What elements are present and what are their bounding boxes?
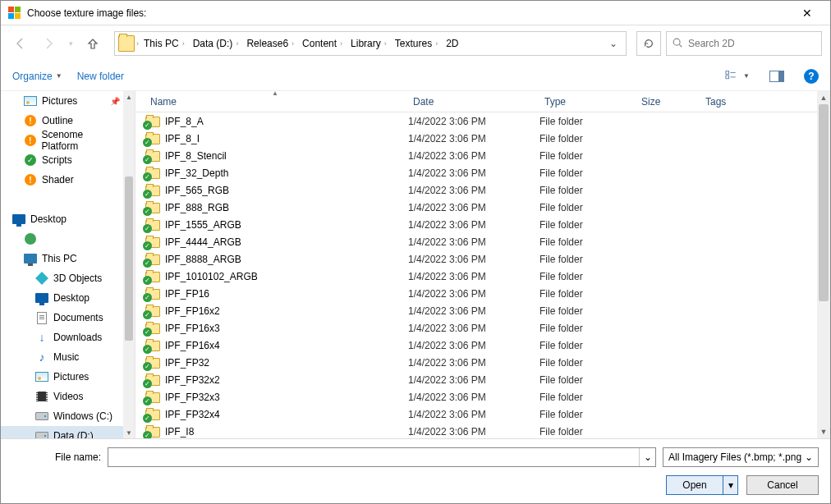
file-name: IPF_FP16 (165, 288, 209, 300)
sidebar: Pictures📌!Outline!Scenome Platform✓Scrip… (1, 91, 135, 438)
sidebar-item[interactable]: !Outline (1, 111, 123, 131)
crumb-this-pc[interactable]: This PC› (140, 38, 188, 49)
file-row[interactable]: ✓IPF_FP32x41/4/2022 3:06 PMFile folder (135, 405, 817, 423)
column-type[interactable]: Type (539, 96, 636, 108)
sidebar-item[interactable]: Desktop (1, 209, 123, 229)
window-title: Choose texture image files: (27, 7, 791, 19)
file-row[interactable]: ✓IPF_8888_ARGB1/4/2022 3:06 PMFile folde… (135, 250, 817, 268)
file-row[interactable]: ✓IPF_1555_ARGB1/4/2022 3:06 PMFile folde… (135, 216, 817, 233)
file-row[interactable]: ✓IPF_4444_ARGB1/4/2022 3:06 PMFile folde… (135, 233, 817, 250)
search-box[interactable] (666, 31, 822, 56)
crumb-textures[interactable]: Textures› (392, 38, 441, 49)
crumb-data-d[interactable]: Data (D:)› (190, 38, 242, 49)
file-row[interactable]: ✓IPF_FP16x21/4/2022 3:06 PMFile folder (135, 302, 817, 319)
up-button[interactable] (81, 32, 104, 55)
sidebar-item[interactable]: !Scenome Platform (1, 131, 123, 150)
sidebar-item-label: Scripts (42, 154, 72, 166)
sidebar-item-label: Videos (53, 391, 83, 402)
crumb-content[interactable]: Content› (299, 38, 346, 49)
sidebar-item[interactable]: This PC (1, 249, 123, 268)
sidebar-item[interactable] (1, 190, 123, 209)
scroll-up-icon[interactable]: ▲ (817, 91, 830, 104)
crumb-library[interactable]: Library› (347, 38, 390, 49)
file-row[interactable]: ✓IPF_8_I1/4/2022 3:06 PMFile folder (135, 130, 817, 147)
scroll-down-icon[interactable]: ▼ (817, 425, 830, 438)
file-row[interactable]: ✓IPF_FP16x31/4/2022 3:06 PMFile folder (135, 319, 817, 337)
search-input[interactable] (688, 38, 816, 49)
folder-ok-icon: ✓ (145, 253, 160, 266)
forward-button[interactable] (37, 32, 60, 55)
file-name: IPF_888_RGB (165, 202, 229, 213)
file-date: 1/4/2022 3:06 PM (408, 392, 539, 403)
sidebar-item-label: Outline (42, 115, 73, 126)
sidebar-item[interactable]: Pictures📌 (1, 91, 123, 111)
column-name[interactable]: Name (145, 96, 408, 108)
filelist-scrollbar[interactable]: ▲ ▼ (817, 91, 830, 438)
new-folder-button[interactable]: New folder (77, 71, 124, 82)
open-button[interactable]: Open ▾ (666, 475, 738, 495)
sidebar-item[interactable]: Videos (1, 387, 123, 406)
pic-icon (24, 94, 37, 108)
file-date: 1/4/2022 3:06 PM (408, 323, 539, 334)
filename-input[interactable] (108, 448, 639, 466)
scroll-up-icon[interactable]: ▲ (123, 91, 135, 103)
cancel-button[interactable]: Cancel (746, 475, 819, 495)
filename-dropdown[interactable]: ⌄ (639, 448, 655, 466)
filename-combo[interactable]: ⌄ (108, 447, 656, 467)
sidebar-item[interactable]: Data (D:) (1, 426, 123, 438)
file-row[interactable]: ✓IPF_FP16x41/4/2022 3:06 PMFile folder (135, 337, 817, 354)
sidebar-item[interactable]: !Shader (1, 170, 123, 190)
file-date: 1/4/2022 3:06 PM (408, 150, 539, 162)
file-row[interactable]: ✓IPF_FP161/4/2022 3:06 PMFile folder (135, 285, 817, 302)
sidebar-item[interactable]: ♪Music (1, 347, 123, 367)
breadcrumb-dropdown[interactable]: ⌄ (604, 38, 622, 49)
file-row[interactable]: ✓IPF_FP321/4/2022 3:06 PMFile folder (135, 354, 817, 371)
sidebar-item[interactable] (1, 229, 123, 249)
scroll-thumb[interactable] (819, 104, 829, 301)
file-row[interactable]: ✓IPF_888_RGB1/4/2022 3:06 PMFile folder (135, 199, 817, 216)
sidebar-item[interactable]: ↓Downloads (1, 328, 123, 347)
drive-icon (35, 410, 48, 423)
file-row[interactable]: ✓IPF_FP32x21/4/2022 3:06 PMFile folder (135, 371, 817, 388)
crumb-release6[interactable]: Release6› (243, 38, 297, 49)
column-date[interactable]: Date (408, 96, 539, 108)
filename-label: File name: (12, 451, 101, 463)
file-row[interactable]: ✓IPF_8_A1/4/2022 3:06 PMFile folder (135, 112, 817, 130)
column-size[interactable]: Size (636, 96, 700, 108)
crumb-2d[interactable]: 2D (443, 38, 461, 49)
view-mode-button[interactable]: ▼ (725, 66, 750, 86)
sidebar-scrollbar[interactable]: ▲ ▼ (123, 91, 135, 438)
pc-icon (24, 252, 37, 265)
file-row[interactable]: ✓IPF_I81/4/2022 3:06 PMFile folder (135, 423, 817, 438)
sidebar-item-label: Windows (C:) (53, 410, 112, 422)
help-button[interactable]: ? (804, 69, 819, 84)
preview-pane-button[interactable] (764, 66, 789, 86)
folder-ok-icon: ✓ (145, 201, 160, 214)
open-split-dropdown[interactable]: ▾ (723, 476, 737, 494)
recent-dropdown[interactable]: ▾ (65, 32, 76, 55)
scroll-thumb[interactable] (125, 176, 133, 341)
file-row[interactable]: ✓IPF_8_Stencil1/4/2022 3:06 PMFile folde… (135, 147, 817, 164)
back-button[interactable] (9, 32, 32, 55)
refresh-button[interactable] (636, 31, 661, 56)
sidebar-item[interactable]: Documents (1, 308, 123, 328)
organize-button[interactable]: Organize▼ (12, 71, 62, 82)
file-type: File folder (539, 150, 636, 162)
file-row[interactable]: ✓IPF_FP32x31/4/2022 3:06 PMFile folder (135, 388, 817, 405)
file-row[interactable]: ✓IPF_1010102_ARGB1/4/2022 3:06 PMFile fo… (135, 268, 817, 285)
scroll-down-icon[interactable]: ▼ (123, 427, 135, 438)
file-row[interactable]: ✓IPF_32_Depth1/4/2022 3:06 PMFile folder (135, 164, 817, 181)
close-button[interactable]: ✕ (791, 1, 824, 25)
sidebar-item[interactable]: Windows (C:) (1, 406, 123, 426)
file-name: IPF_8_I (165, 133, 200, 144)
sidebar-item[interactable]: ✓Scripts (1, 150, 123, 170)
sidebar-item[interactable]: Desktop (1, 288, 123, 308)
file-name: IPF_4444_ARGB (165, 236, 241, 248)
file-name: IPF_FP32x2 (165, 374, 220, 386)
sidebar-item[interactable]: Pictures (1, 367, 123, 387)
breadcrumb[interactable]: › This PC› Data (D:)› Release6› Content›… (114, 31, 627, 56)
file-row[interactable]: ✓IPF_565_RGB1/4/2022 3:06 PMFile folder (135, 181, 817, 199)
column-tags[interactable]: Tags (700, 96, 817, 108)
sidebar-item[interactable]: 3D Objects (1, 268, 123, 288)
filetype-filter[interactable]: All Imagery Files (*.bmp; *.png; ⌄ (663, 447, 819, 467)
